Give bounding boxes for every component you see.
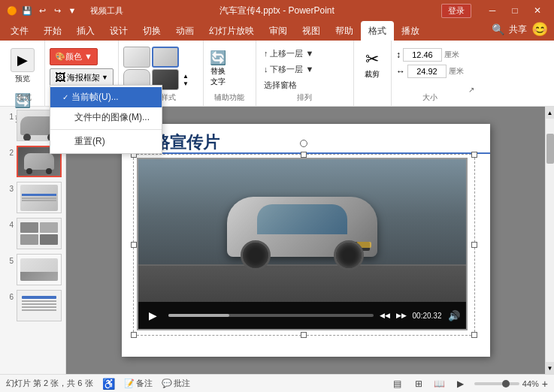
normal-view-btn[interactable]: ▤ [390,378,405,390]
tab-file[interactable]: 文件 [3,21,36,41]
zoom-control: 44% + [474,378,548,390]
rotate-handle[interactable] [300,140,307,147]
ribbon-group-size: ↕ 厘米 ↔ 厘米 大小 [392,41,468,106]
minimize-button[interactable]: ─ [482,4,503,17]
color-icon: 🎨 [55,52,65,62]
share-btn[interactable]: 共享 [509,23,527,36]
maximize-button[interactable]: □ [504,4,525,17]
handle-middle-left[interactable] [131,242,137,248]
undo-quick-btn[interactable]: ↩ [36,5,48,17]
tab-insert[interactable]: 插入 [69,21,102,41]
handle-bottom-left[interactable] [131,332,137,338]
close-button[interactable]: ✕ [527,4,548,17]
replace-icon: 🔄 [210,50,226,66]
tab-review[interactable]: 审阅 [262,21,295,41]
fit-slide-btn[interactable]: + [542,378,548,390]
tab-view[interactable]: 视图 [295,21,328,41]
style-scroll-btns[interactable]: ▲ ▼ [180,69,191,90]
seek-forward-btn[interactable]: ▶▶ [396,312,407,319]
color-dropdown-btn[interactable]: 🎨 颜色 ▼ [50,48,98,65]
zoom-slider-thumb[interactable] [502,380,510,387]
ribbon-group-adjust: 🎨 颜色 ▼ 🖼 海报框架 ▼ ✓ 当前帧(U)... [45,41,119,106]
move-up-layer-btn[interactable]: ↑ 上移一层 ▼ [261,47,317,61]
volume-icon[interactable]: 🔊 [448,310,460,321]
preview-btn[interactable]: ▶ 预览 [8,47,38,86]
tab-design[interactable]: 设计 [102,21,135,41]
crop-icon: ✂ [365,50,379,69]
ribbon-group-accessibility: 🔄 替换文字 辅助功能 [204,41,256,106]
tab-help[interactable]: 帮助 [328,21,361,41]
video-style-option-1[interactable] [123,47,150,68]
tab-animations[interactable]: 动画 [168,21,201,41]
title-bar-left: 🟠 💾 ↩ ↪ ▼ 视频工具 [6,5,123,17]
zoom-level: 44% [522,379,539,388]
slide-thumb-3[interactable]: 3 [3,182,62,213]
search-icon[interactable]: 🔍 [492,23,504,35]
replace-label: 替换文字 [210,66,226,87]
tab-format[interactable]: 格式 [361,21,394,41]
style-more-icon[interactable]: ▼ [183,80,189,87]
slide-num-5: 5 [3,254,14,265]
move-down-layer-btn[interactable]: ↓ 下移一层 ▼ [261,62,317,77]
emoji-icon: 😊 [531,21,548,38]
dialog-launcher-btn[interactable]: ↗ [468,41,480,106]
handle-middle-right[interactable] [471,242,477,248]
scrollbar-thumb[interactable] [546,134,554,164]
poster-label: 海报框架 [67,72,100,83]
context-menu-item-reset[interactable]: 重置(R) [50,131,162,152]
notes-btn[interactable]: 📝 备注 [124,378,153,389]
slide-img-3[interactable] [17,182,62,213]
redo-quick-btn[interactable]: ↪ [51,5,63,17]
slide-num-2: 2 [3,146,14,157]
window-title: 汽车宣传4.pptx - PowerPoint [219,5,335,17]
ribbon-group-preview: ▶ 预览 🔄 更正 预览 [3,41,45,106]
slide-num-6: 6 [3,290,14,301]
slide-img-4[interactable] [17,218,62,249]
context-menu-separator [50,129,162,130]
slide-img-6[interactable] [17,290,62,321]
tab-home[interactable]: 开始 [36,21,69,41]
notes-icon: 📝 [124,378,135,388]
tab-playback[interactable]: 播放 [394,21,427,41]
customize-quick-btn[interactable]: ▼ [66,5,78,17]
handle-bottom-center[interactable] [301,332,307,338]
slide-sorter-btn[interactable]: ⊞ [411,378,426,390]
scroll-down-btn[interactable]: ▼ [546,362,555,374]
context-menu: ✓ 当前帧(U)... 文件中的图像(M)... 重置(R) [50,85,162,154]
width-input[interactable] [407,65,447,78]
seek-back-btn[interactable]: ◀◀ [380,312,390,319]
select-pane-btn[interactable]: 选择窗格 [261,78,300,92]
height-input[interactable] [403,48,442,62]
comments-btn[interactable]: 💬 批注 [162,378,190,389]
notes-label: 备注 [136,378,153,389]
slideshow-btn[interactable]: ▶ [453,378,468,390]
video-style-option-2[interactable] [152,47,179,68]
style-up-icon[interactable]: ▲ [183,73,189,80]
context-menu-item-current-frame[interactable]: ✓ 当前帧(U)... [50,87,162,107]
context-menu-item-file-image[interactable]: 文件中的图像(M)... [50,107,162,128]
save-quick-btn[interactable]: 💾 [21,5,33,17]
slide-thumb-4[interactable]: 4 [3,218,62,249]
slide-info: 幻灯片 第 2 张，共 6 张 [6,378,93,389]
play-button[interactable]: ▶ [144,306,162,324]
crop-btn[interactable]: ✂ 裁剪 [359,48,386,81]
reading-view-btn[interactable]: 📖 [432,378,447,390]
login-button[interactable]: 登录 [441,4,471,18]
poster-frame-dropdown-btn[interactable]: 🖼 海报框架 ▼ [50,68,114,86]
progress-bar[interactable] [168,314,374,317]
video-container[interactable]: ▶ ◀◀ ▶▶ 00:20.32 🔊 [137,158,468,330]
preview-label: 预览 [15,74,30,84]
progress-fill [168,314,230,317]
slide-img-5[interactable] [17,254,62,285]
slide-thumb-6[interactable]: 6 [3,290,62,321]
tab-transitions[interactable]: 切换 [135,21,168,41]
scrollbar-track[interactable] [546,119,554,362]
assist-label: 辅助功能 [204,92,256,103]
slide-thumb-5[interactable]: 5 [3,254,62,285]
replace-text-btn[interactable]: 🔄 替换文字 [208,48,228,89]
tab-slideshow[interactable]: 幻灯片放映 [201,21,262,41]
handle-bottom-right[interactable] [471,332,477,338]
scroll-up-btn[interactable]: ▲ [546,107,555,119]
zoom-slider[interactable] [474,382,519,385]
poster-icon: 🖼 [55,71,65,83]
